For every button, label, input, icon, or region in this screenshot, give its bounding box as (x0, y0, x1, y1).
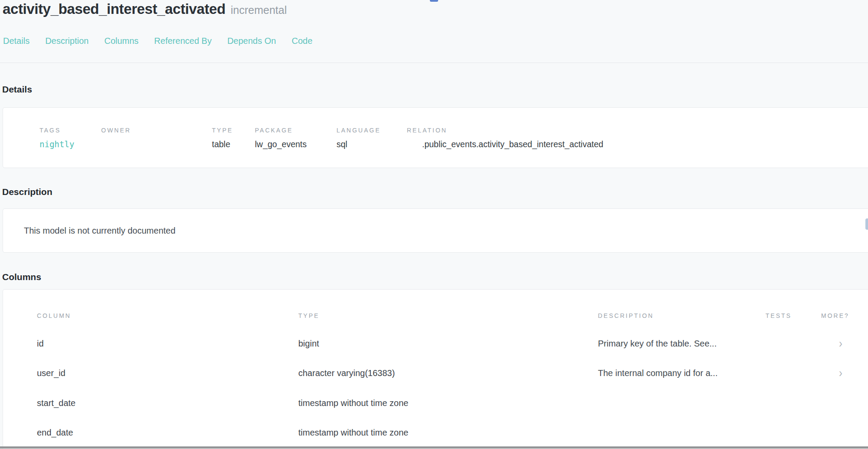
detail-field-type: TYPE table (212, 127, 233, 149)
column-header-more: MORE? (821, 312, 860, 319)
page-title: activity_based_interest_activated (3, 1, 225, 17)
language-label: LANGUAGE (337, 127, 381, 134)
column-header-type: TYPE (298, 312, 598, 319)
column-header-column: COLUMN (37, 312, 298, 319)
columns-card: COLUMN TYPE DESCRIPTION TESTS MORE? id b… (3, 289, 868, 449)
section-tabs: Details Description Columns Referenced B… (3, 36, 313, 46)
description-card: This model is not currently documented (3, 208, 868, 253)
column-description-cell: The internal company id for a... (598, 368, 766, 378)
expand-row-button[interactable]: › (821, 368, 860, 379)
column-header-tests: TESTS (766, 312, 821, 319)
expand-row-button[interactable] (821, 428, 860, 438)
expand-row-button[interactable]: › (821, 338, 860, 349)
detail-field-tags: TAGS nightly (40, 127, 74, 149)
table-row[interactable]: start_date timestamp without time zone (3, 388, 868, 418)
tab-referenced-by[interactable]: Referenced By (154, 36, 211, 46)
columns-table-header: COLUMN TYPE DESCRIPTION TESTS MORE? (3, 312, 868, 319)
details-section-heading: Details (2, 84, 32, 95)
column-name-cell: start_date (37, 398, 298, 408)
type-value: table (212, 139, 233, 149)
header-divider (0, 63, 868, 63)
language-value: sql (337, 139, 381, 149)
package-value: lw_go_events (255, 139, 307, 149)
relation-label: RELATION (407, 127, 603, 134)
relation-value: .public_events.activity_based_interest_a… (407, 139, 603, 149)
type-label: TYPE (212, 127, 233, 134)
column-type-cell: timestamp without time zone (298, 428, 598, 438)
detail-field-package: PACKAGE lw_go_events (255, 127, 307, 149)
title-row: activity_based_interest_activatedincreme… (3, 1, 287, 17)
tab-columns[interactable]: Columns (104, 36, 139, 46)
tab-code[interactable]: Code (292, 36, 313, 46)
tab-details[interactable]: Details (3, 36, 30, 46)
column-type-cell: timestamp without time zone (298, 398, 598, 408)
detail-field-relation: RELATION .public_events.activity_based_i… (407, 127, 603, 149)
details-card: TAGS nightly OWNER TYPE table PACKAGE lw… (3, 107, 868, 168)
column-name-cell: id (37, 339, 298, 349)
detail-field-owner: OWNER (101, 127, 131, 139)
clipped-floating-widget[interactable] (865, 218, 868, 230)
tab-description[interactable]: Description (45, 36, 89, 46)
tab-depends-on[interactable]: Depends On (227, 36, 276, 46)
description-section-heading: Description (2, 187, 53, 197)
column-type-cell: character varying(16383) (298, 368, 598, 378)
package-label: PACKAGE (255, 127, 307, 134)
column-name-cell: user_id (37, 368, 298, 378)
table-row[interactable]: end_date timestamp without time zone (3, 418, 868, 448)
clipped-element-fragment (430, 0, 438, 2)
chevron-right-icon: › (839, 337, 842, 350)
detail-field-language: LANGUAGE sql (337, 127, 381, 149)
chevron-right-icon: › (839, 367, 842, 379)
tags-value[interactable]: nightly (40, 139, 74, 149)
columns-table-body: id bigint Primary key of the table. See.… (3, 329, 868, 448)
table-row[interactable]: user_id character varying(16383) The int… (3, 359, 868, 389)
tags-label: TAGS (40, 127, 74, 134)
column-name-cell: end_date (37, 428, 298, 438)
columns-section-heading: Columns (2, 272, 41, 282)
description-text: This model is not currently documented (3, 226, 175, 236)
owner-label: OWNER (101, 127, 131, 134)
column-description-cell: Primary key of the table. See... (598, 339, 766, 349)
column-type-cell: bigint (298, 339, 598, 349)
materialization-badge: incremental (231, 4, 287, 16)
table-row[interactable]: id bigint Primary key of the table. See.… (3, 329, 868, 359)
window-bottom-edge (0, 446, 868, 449)
expand-row-button[interactable] (821, 398, 860, 408)
column-header-description: DESCRIPTION (598, 312, 766, 319)
